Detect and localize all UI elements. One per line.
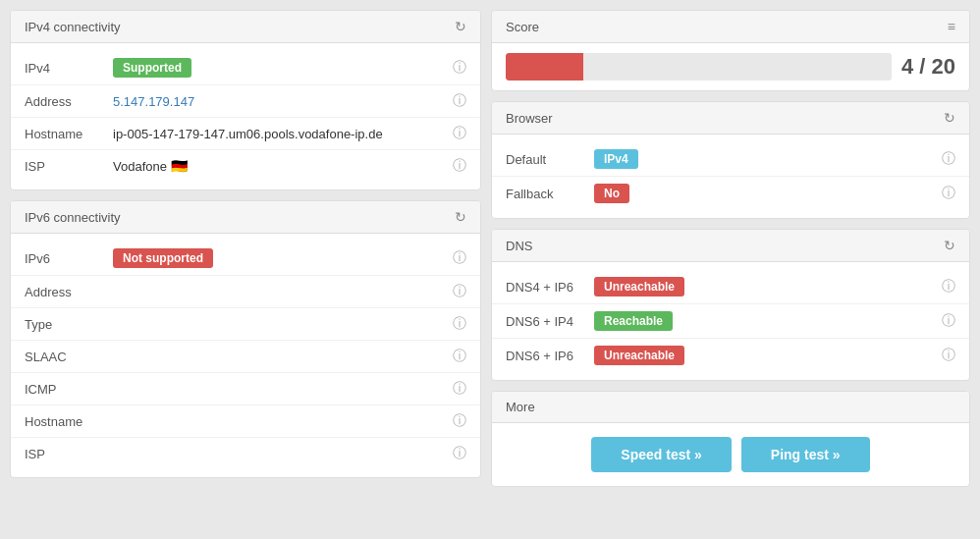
ipv6-card-header: IPv6 connectivity ↻ bbox=[11, 201, 480, 234]
more-card-body: Speed test » Ping test » bbox=[492, 423, 969, 486]
ipv4-supported-badge: Supported bbox=[113, 58, 191, 78]
browser-card-title: Browser bbox=[506, 111, 553, 126]
ipv4-hostname-value: ip-005-147-179-147.um06.pools.vodafone-i… bbox=[113, 127, 445, 141]
ipv4-card: IPv4 connectivity ↻ IPv4 Supported ⓘ Add… bbox=[10, 10, 481, 190]
browser-default-help-icon[interactable]: ⓘ bbox=[942, 150, 955, 168]
browser-card-body: Default IPv4 ⓘ Fallback No ⓘ bbox=[492, 135, 969, 218]
ipv6-isp-row: ISP ⓘ bbox=[11, 438, 480, 469]
ipv4-address-link[interactable]: 5.147.179.147 bbox=[113, 94, 194, 109]
ipv6-card-body: IPv6 Not supported ⓘ Address ⓘ Type ⓘ bbox=[11, 234, 480, 477]
ipv6-label: IPv6 bbox=[25, 251, 113, 266]
ipv6-hostname-help-icon[interactable]: ⓘ bbox=[453, 412, 466, 430]
ipv4-address-label: Address bbox=[25, 94, 113, 109]
ipv4-card-header: IPv4 connectivity ↻ bbox=[11, 11, 480, 43]
ipv4-isp-row: ISP Vodafone 🇩🇪 ⓘ bbox=[11, 150, 480, 182]
dns4-ip6-label: DNS4 + IP6 bbox=[506, 280, 594, 295]
dns6-ip4-value: Reachable bbox=[594, 311, 934, 331]
dns4-ip6-help-icon[interactable]: ⓘ bbox=[942, 278, 955, 296]
browser-default-label: Default bbox=[506, 152, 594, 167]
ipv6-slaac-row: SLAAC ⓘ bbox=[11, 341, 480, 373]
ipv4-hostname-label: Hostname bbox=[25, 127, 113, 141]
score-card-title: Score bbox=[506, 20, 539, 34]
ipv6-status-row: IPv6 Not supported ⓘ bbox=[11, 242, 480, 276]
ipv6-slaac-label: SLAAC bbox=[25, 350, 113, 364]
browser-default-badge: IPv4 bbox=[594, 149, 638, 169]
ipv6-type-row: Type ⓘ bbox=[11, 308, 480, 341]
browser-card: Browser ↻ Default IPv4 ⓘ Fallback No bbox=[491, 101, 970, 219]
dns-card-header: DNS ↻ bbox=[492, 230, 969, 262]
dns-card: DNS ↻ DNS4 + IP6 Unreachable ⓘ DNS6 + IP… bbox=[491, 229, 970, 381]
ipv4-help-icon[interactable]: ⓘ bbox=[453, 59, 466, 77]
list-icon[interactable]: ≡ bbox=[948, 19, 955, 34]
ipv4-address-value: 5.147.179.147 bbox=[113, 94, 445, 109]
ipv4-address-help-icon[interactable]: ⓘ bbox=[453, 92, 466, 110]
ipv4-status-value: Supported bbox=[113, 58, 445, 78]
browser-card-header: Browser ↻ bbox=[492, 102, 969, 135]
ipv6-not-supported-badge: Not supported bbox=[113, 248, 213, 268]
more-card-header: More bbox=[492, 392, 969, 423]
ipv4-hostname-help-icon[interactable]: ⓘ bbox=[453, 125, 466, 142]
ipv4-isp-label: ISP bbox=[25, 159, 113, 174]
score-card: Score ≡ 4 / 20 bbox=[491, 10, 970, 91]
ipv4-card-title: IPv4 connectivity bbox=[25, 20, 121, 34]
speed-test-button[interactable]: Speed test » bbox=[591, 437, 731, 472]
ipv6-help-icon[interactable]: ⓘ bbox=[453, 249, 466, 267]
score-bar-container: 4 / 20 bbox=[492, 43, 969, 90]
score-bar-fill bbox=[506, 53, 583, 81]
ipv4-isp-value: Vodafone 🇩🇪 bbox=[113, 158, 445, 174]
dns6-ip4-label: DNS6 + IP4 bbox=[506, 314, 594, 329]
ipv4-label: IPv4 bbox=[25, 61, 113, 76]
dns6-ip6-row: DNS6 + IP6 Unreachable ⓘ bbox=[492, 339, 969, 372]
dns-refresh-icon[interactable]: ↻ bbox=[944, 238, 955, 253]
dns4-ip6-row: DNS4 + IP6 Unreachable ⓘ bbox=[492, 270, 969, 304]
browser-fallback-row: Fallback No ⓘ bbox=[492, 177, 969, 210]
ipv4-address-row: Address 5.147.179.147 ⓘ bbox=[11, 85, 480, 118]
ipv6-card: IPv6 connectivity ↻ IPv6 Not supported ⓘ… bbox=[10, 200, 481, 478]
dns6-ip4-badge: Reachable bbox=[594, 311, 673, 331]
browser-fallback-value: No bbox=[594, 184, 934, 203]
ipv6-isp-label: ISP bbox=[25, 447, 113, 461]
browser-default-value: IPv4 bbox=[594, 149, 934, 169]
browser-refresh-icon[interactable]: ↻ bbox=[944, 110, 955, 126]
ipv6-icmp-label: ICMP bbox=[25, 382, 113, 397]
dns-card-title: DNS bbox=[506, 239, 532, 253]
dns4-ip6-value: Unreachable bbox=[594, 277, 934, 296]
ipv6-address-label: Address bbox=[25, 285, 113, 299]
dns6-ip6-label: DNS6 + IP6 bbox=[506, 349, 594, 363]
ipv4-card-body: IPv4 Supported ⓘ Address 5.147.179.147 ⓘ bbox=[11, 43, 480, 189]
ipv6-isp-help-icon[interactable]: ⓘ bbox=[453, 445, 466, 462]
ping-test-button[interactable]: Ping test » bbox=[741, 437, 870, 472]
ipv6-address-row: Address ⓘ bbox=[11, 276, 480, 308]
ipv4-isp-name: Vodafone bbox=[113, 159, 167, 174]
ipv6-card-title: IPv6 connectivity bbox=[25, 210, 121, 225]
more-card-title: More bbox=[506, 400, 535, 414]
dns-card-body: DNS4 + IP6 Unreachable ⓘ DNS6 + IP4 Reac… bbox=[492, 262, 969, 380]
score-text: 4 / 20 bbox=[901, 54, 955, 80]
ipv4-refresh-icon[interactable]: ↻ bbox=[455, 19, 466, 34]
browser-fallback-label: Fallback bbox=[506, 187, 594, 201]
dns6-ip6-badge: Unreachable bbox=[594, 346, 684, 365]
ipv4-hostname-row: Hostname ip-005-147-179-147.um06.pools.v… bbox=[11, 118, 480, 150]
dns6-ip4-help-icon[interactable]: ⓘ bbox=[942, 312, 955, 330]
ipv6-slaac-help-icon[interactable]: ⓘ bbox=[453, 348, 466, 365]
more-card: More Speed test » Ping test » bbox=[491, 391, 970, 487]
ipv6-refresh-icon[interactable]: ↻ bbox=[455, 209, 466, 225]
dns6-ip6-value: Unreachable bbox=[594, 346, 934, 365]
browser-default-row: Default IPv4 ⓘ bbox=[492, 142, 969, 177]
ipv4-status-row: IPv4 Supported ⓘ bbox=[11, 51, 480, 85]
browser-fallback-badge: No bbox=[594, 184, 629, 203]
ipv6-type-label: Type bbox=[25, 317, 113, 332]
ipv6-hostname-label: Hostname bbox=[25, 414, 113, 429]
dns6-ip6-help-icon[interactable]: ⓘ bbox=[942, 347, 955, 364]
ipv6-status-value: Not supported bbox=[113, 248, 445, 268]
dns6-ip4-row: DNS6 + IP4 Reachable ⓘ bbox=[492, 304, 969, 339]
score-card-header: Score ≡ bbox=[492, 11, 969, 43]
ipv6-type-help-icon[interactable]: ⓘ bbox=[453, 315, 466, 333]
ipv6-icmp-row: ICMP ⓘ bbox=[11, 373, 480, 405]
ipv4-isp-help-icon[interactable]: ⓘ bbox=[453, 157, 466, 175]
ipv6-address-help-icon[interactable]: ⓘ bbox=[453, 283, 466, 300]
browser-fallback-help-icon[interactable]: ⓘ bbox=[942, 185, 955, 202]
germany-flag-icon: 🇩🇪 bbox=[171, 158, 188, 174]
score-bar-track bbox=[506, 53, 892, 81]
ipv6-icmp-help-icon[interactable]: ⓘ bbox=[453, 380, 466, 398]
